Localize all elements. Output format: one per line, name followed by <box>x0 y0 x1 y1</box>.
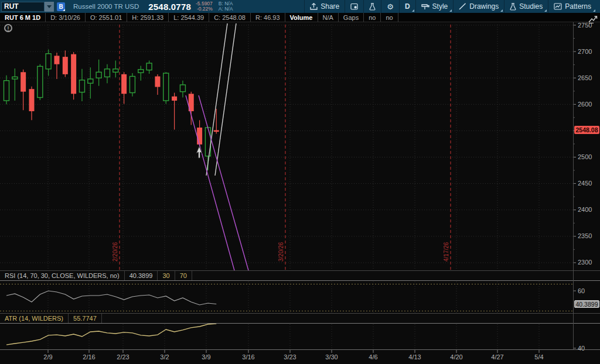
symbol-input[interactable]: RUT <box>1 2 45 12</box>
candle-body <box>146 63 152 70</box>
gaps-toggle[interactable]: Gaps <box>339 13 364 22</box>
rsi-line <box>6 291 216 305</box>
rsi-title[interactable]: RSI (14, 70, 30, CLOSE, WILDERS, no) <box>0 271 125 280</box>
style-icon <box>421 3 429 10</box>
rsi-study-header: RSI (14, 70, 30, CLOSE, WILDERS, no) 40.… <box>0 271 600 281</box>
share-icon <box>310 3 318 10</box>
atr-title[interactable]: ATR (14, WILDERS) <box>0 314 69 323</box>
drawings-button[interactable]: Drawings <box>453 0 504 13</box>
last-price-badge: 2548.08 <box>574 126 599 134</box>
volume-toggle[interactable]: Volume <box>285 13 318 22</box>
candle-body <box>214 130 219 132</box>
bid-ask: B: N/A A: N/A <box>219 1 233 12</box>
style-button[interactable]: Style <box>415 0 454 13</box>
time-axis-label: 2/9 <box>43 353 52 360</box>
time-axis-label: 2/23 <box>117 353 129 360</box>
time-axis-label: 4/6 <box>369 353 377 360</box>
corner-caret-icon <box>63 9 65 11</box>
calendar-button[interactable] <box>345 0 363 13</box>
time-axis-label: 3/2 <box>160 353 169 360</box>
chevron-down-icon <box>47 5 52 8</box>
studies-button[interactable]: Studies <box>504 0 548 13</box>
price-axis-label: 2350 <box>578 232 592 239</box>
time-axis-label: 3/16 <box>242 353 254 360</box>
candle-body <box>96 72 101 78</box>
pencil-line-icon <box>459 3 466 10</box>
symbol-dropdown-button[interactable] <box>45 2 54 12</box>
candle-body <box>155 76 160 87</box>
event-marker-lines[interactable]: 2/20/263/20/264/17/26 <box>112 25 451 270</box>
candle-body <box>197 128 202 145</box>
rsi-value: 40.3899 <box>125 271 158 280</box>
studies-label: Studies <box>519 2 543 11</box>
candle-body <box>38 66 43 97</box>
candle-body <box>4 81 9 101</box>
axis-divider <box>0 349 600 350</box>
patterns-label: Patterns <box>565 2 591 11</box>
price-change: -5.5907 -0.22% <box>196 1 213 12</box>
candle-body <box>180 85 185 92</box>
trading-platform-window: 2750270026502600250024502400235023002/92… <box>0 0 600 364</box>
candle-body <box>71 54 76 94</box>
rsi-value-badge: 40.3899 <box>574 300 599 308</box>
corner-caret-icon <box>412 9 414 12</box>
corner-caret-icon <box>449 9 452 12</box>
rsi-high-level[interactable]: 70 <box>175 271 192 280</box>
header-range: R: 46.93 <box>251 13 285 22</box>
info-icon[interactable]: ! <box>4 24 12 32</box>
atr-study-header: ATR (14, WILDERS) 55.7747 <box>0 314 600 324</box>
symbol-description: Russell 2000 TR USD <box>73 3 139 10</box>
calendar-icon <box>350 3 358 10</box>
link-group-badge[interactable]: B <box>57 2 65 11</box>
patterns-icon <box>554 3 562 10</box>
timeframe-label: D <box>405 2 410 11</box>
candle-body <box>129 76 135 92</box>
header-open: O: 2551.01 <box>86 13 127 22</box>
time-axis-label: 5/4 <box>534 353 543 360</box>
price-axis-label: 2500 <box>578 153 592 160</box>
time-axis-label: 4/20 <box>450 353 462 360</box>
marker-date-label: 3/20/26 <box>278 242 284 262</box>
header-low: L: 2544.39 <box>169 13 209 22</box>
candle-body <box>63 57 68 74</box>
panel-divider[interactable] <box>0 313 600 314</box>
timeframe-button[interactable]: D <box>399 0 415 13</box>
rsi-low-level[interactable]: 30 <box>158 271 175 280</box>
panel-divider[interactable] <box>0 270 600 271</box>
patterns-button[interactable]: Patterns <box>548 0 596 13</box>
axis-labels: 2750270026502600250024502400235023002/92… <box>43 22 592 361</box>
price-axis-label: 2300 <box>578 259 592 266</box>
time-axis-label: 2/16 <box>83 353 95 360</box>
gaps-flag-1[interactable]: no <box>364 13 381 22</box>
header-date: D: 3/10/26 <box>46 13 86 22</box>
corner-caret-icon <box>593 9 595 12</box>
gaps-flag-2[interactable]: no <box>381 13 398 22</box>
share-button[interactable]: Share <box>304 0 345 13</box>
volume-value: N/A <box>318 13 339 22</box>
chart-canvas[interactable]: 2750270026502600250024502400235023002/92… <box>0 0 600 364</box>
time-axis-label: 3/30 <box>325 353 338 360</box>
candle-body <box>21 72 26 91</box>
flask-icon <box>510 3 516 11</box>
corner-caret-icon <box>544 9 547 12</box>
time-axis-label: 4/13 <box>408 353 421 360</box>
share-label: Share <box>321 2 339 11</box>
candle-body <box>121 74 127 94</box>
time-axis-label: 4/27 <box>491 353 503 360</box>
price-axis-label: 2450 <box>578 180 592 187</box>
change-percent: -0.22% <box>196 6 213 12</box>
quick-study-button[interactable] <box>363 0 381 13</box>
candle-body <box>163 73 169 101</box>
settings-button[interactable]: ⚙ <box>381 0 399 13</box>
time-axis-label: 3/23 <box>284 353 296 360</box>
corner-caret-icon <box>500 9 503 12</box>
candle-body <box>104 69 110 77</box>
candle-body <box>79 80 84 92</box>
trend-line-drawings[interactable] <box>186 23 248 270</box>
atr-line <box>6 324 216 345</box>
gridlines <box>0 25 573 349</box>
candle-body <box>138 70 144 73</box>
marker-date-label: 2/20/26 <box>112 242 118 262</box>
price-axis-settings-icon[interactable] <box>588 15 598 23</box>
style-label: Style <box>432 2 448 11</box>
